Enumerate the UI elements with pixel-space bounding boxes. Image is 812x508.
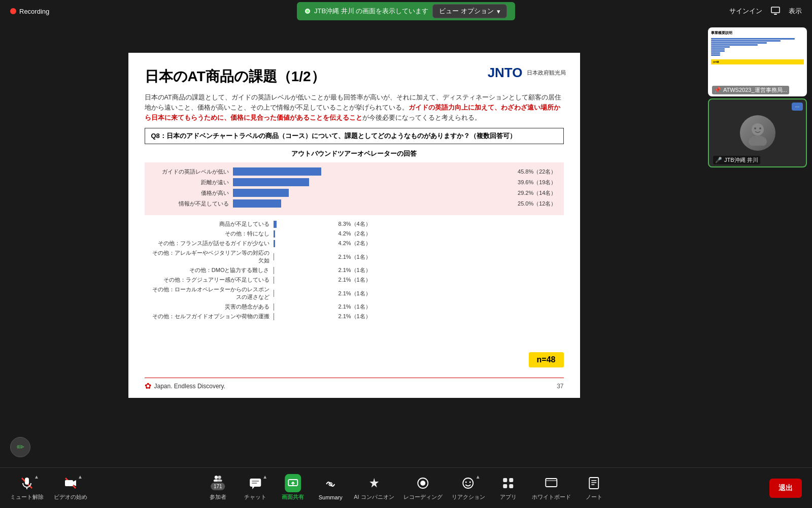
svg-point-25 (463, 478, 473, 488)
ai-companion-icon (366, 475, 382, 491)
whiteboard-button[interactable]: ホワイトボード (532, 475, 571, 501)
bar-track (274, 277, 334, 284)
participants-button[interactable]: 171 参加者 (204, 475, 232, 501)
bar-track (233, 178, 514, 186)
video-button[interactable]: ▲ ビデオの始め (54, 475, 87, 501)
recording-dot (10, 8, 16, 14)
bar-track (274, 290, 334, 297)
svg-marker-22 (369, 478, 379, 488)
screenshare-button[interactable]: 画面共有 (279, 475, 307, 501)
more-options-button[interactable]: ··· (792, 103, 803, 111)
banner-text: JTB沖縄 井川 の画面を表示しています (314, 7, 428, 16)
view-options-button[interactable]: ビュー オプション ▾ (432, 4, 507, 18)
chat-chevron[interactable]: ▲ (262, 474, 267, 480)
bar-row: ガイドの英語レベルが低い 45.8%（22名） (152, 167, 557, 176)
display-button[interactable] (770, 6, 781, 17)
recording-label: Recording (19, 8, 49, 15)
svg-rect-16 (250, 479, 261, 487)
svg-point-13 (218, 476, 221, 479)
recording-indicator: Recording (10, 8, 49, 15)
recording-icon (415, 475, 431, 491)
ai-companion-button[interactable]: AI コンパニオン (354, 475, 394, 501)
video-icon: ▲ (62, 475, 79, 491)
reaction-chevron[interactable]: ▲ (476, 474, 481, 480)
ai-companion-label: AI コンパニオン (354, 493, 394, 501)
screenshare-label: 画面共有 (282, 493, 304, 501)
screenshare-icon (285, 475, 301, 491)
bar-row: その他：セルフガイドオプションや荷物の運搬 2.1%（1名） (152, 313, 557, 320)
speaker-name: 🎤 JTB沖縄 井川 (713, 156, 760, 164)
summary-button[interactable]: Summary (316, 476, 345, 500)
presenter-card: 事業概要説明 n=48 📌 (708, 27, 807, 96)
bar-row: その他：フランス語が話せるガイドが少ない 4.2%（2名） (152, 240, 557, 247)
bar-track (274, 230, 334, 238)
chat-icon: ▲ (247, 475, 263, 491)
svg-point-12 (215, 476, 218, 479)
chevron-down-icon: ▾ (497, 8, 500, 15)
svg-point-27 (469, 482, 471, 483)
notes-button[interactable]: ノート (580, 475, 608, 501)
jnto-logo: JNTO (488, 65, 523, 81)
apps-label: アプリ (500, 493, 517, 501)
svg-point-26 (465, 482, 467, 483)
video-chevron[interactable]: ▲ (78, 474, 83, 480)
svg-point-5 (759, 127, 761, 129)
highlighted-chart: ガイドの英語レベルが低い 45.8%（22名） 距離が遠い 39.6%（19名）… (145, 162, 564, 215)
jnto-logo-area: JNTO 日本政府観光局 (488, 65, 566, 81)
pencil-fab[interactable]: ✏ (10, 437, 30, 457)
speaker-avatar (740, 115, 775, 151)
reaction-icon: ▲ (460, 475, 477, 491)
toolbar-center: 171 参加者 ▲ チャット (204, 475, 608, 501)
slide-container: 日本のAT商品の課題（1/2） JNTO 日本政府観光局 日本のAT商品の課題と… (128, 53, 580, 398)
bar-track (233, 167, 514, 176)
svg-point-24 (420, 481, 425, 486)
summary-label: Summary (319, 494, 343, 500)
leave-button[interactable]: 退出 (769, 479, 802, 498)
bar-row: その他：アレルギーやベジタリアン等の対応の欠如 2.1%（1名） (152, 249, 557, 264)
svg-marker-17 (252, 487, 254, 489)
svg-rect-34 (590, 478, 599, 489)
bar-row: その他：DMOと協力する難しさ 2.1%（1名） (152, 266, 557, 274)
chat-button[interactable]: ▲ チャット (241, 475, 269, 501)
whiteboard-icon (543, 475, 559, 491)
recording-button[interactable]: レコーディング (403, 475, 443, 501)
svg-point-3 (749, 136, 767, 146)
plain-chart: 商品が不足している 8.3%（4名） その他：特になし 4.2%（2名） その他… (145, 218, 564, 324)
svg-rect-1 (774, 14, 777, 15)
apps-button[interactable]: アプリ (494, 475, 523, 501)
notes-label: ノート (586, 493, 602, 501)
recording-label: レコーディング (403, 493, 443, 501)
toolbar-left: ▲ ミュート解除 ▲ ビデオの始め (10, 475, 87, 501)
mute-label: ミュート解除 (10, 493, 44, 501)
pin-icon: 📌 (714, 87, 721, 93)
svg-rect-31 (510, 484, 514, 488)
bar-row: 災害の懸念がある 2.1%（1名） (152, 303, 557, 311)
notes-icon (586, 475, 602, 491)
svg-point-4 (754, 127, 756, 129)
mute-chevron[interactable]: ▲ (34, 474, 39, 480)
n-badge: n=48 (529, 352, 564, 367)
signin-button[interactable]: サインイン (729, 7, 762, 16)
right-panel: 事業概要説明 n=48 📌 (708, 22, 807, 428)
video-label: ビデオの始め (54, 493, 87, 501)
slide-footer: ✿ Japan. Endless Discovery. 37 (145, 378, 564, 391)
bar-track (274, 303, 334, 311)
slide-area: 日本のAT商品の課題（1/2） JNTO 日本政府観光局 日本のAT商品の課題と… (5, 22, 703, 428)
bar-row: その他：特になし 4.2%（2名） (152, 230, 557, 238)
slide-number: 37 (557, 383, 563, 390)
bar-track (274, 313, 334, 320)
reaction-label: リアクション (452, 493, 485, 501)
toolbar-right: 退出 (769, 479, 802, 498)
mute-button[interactable]: ▲ ミュート解除 (10, 475, 44, 501)
question-box: Q8：日本のアドベンチャートラベルの商品（コース）について、課題としてどのような… (145, 128, 564, 144)
bar-row: 距離が遠い 39.6%（19名） (152, 178, 557, 186)
display-label[interactable]: 表示 (789, 7, 802, 16)
reaction-button[interactable]: ▲ リアクション (452, 475, 485, 501)
top-bar: Recording JTB沖縄 井川 の画面を表示しています ビュー オプション… (0, 0, 812, 22)
summary-icon (322, 476, 339, 492)
screen-share-banner: JTB沖縄 井川 の画面を表示しています ビュー オプション ▾ (297, 2, 515, 20)
bar-row: 情報が不足している 25.0%（12名） (152, 199, 557, 208)
top-right-controls: サインイン 表示 (729, 6, 802, 17)
main-content: 日本のAT商品の課題（1/2） JNTO 日本政府観光局 日本のAT商品の課題と… (0, 22, 812, 428)
whiteboard-label: ホワイトボード (532, 493, 571, 501)
